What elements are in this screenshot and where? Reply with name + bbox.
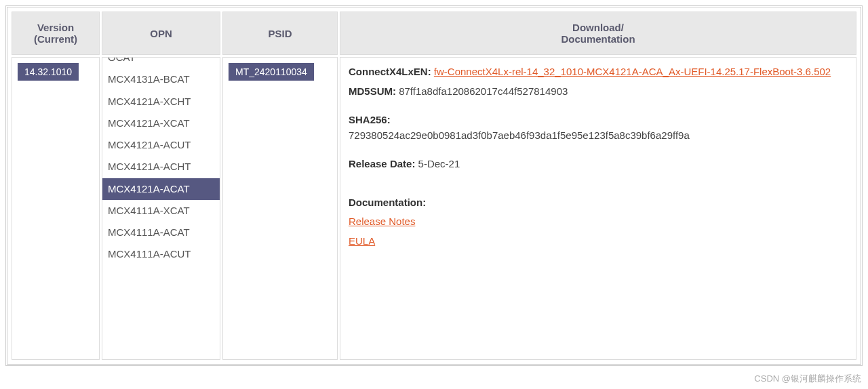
download-line: ConnectX4LxEN: fw-ConnectX4Lx-rel-14_32_… — [349, 64, 848, 80]
cell-psid: MT_2420110034 — [222, 57, 338, 360]
list-item[interactable]: MCX4131A-BCAT — [102, 68, 220, 90]
md5-label: MD5SUM: — [349, 85, 396, 97]
list-item[interactable]: MCX4111A-ACAT — [102, 222, 220, 243]
md5-value: 87ff1a8dfa120862017c44f527814903 — [399, 85, 568, 97]
table-row: 14.32.1010 OCAT MCX4131A-BCAT MCX4121A-X… — [12, 57, 856, 360]
header-version: Version (Current) — [12, 12, 100, 55]
version-badge[interactable]: 14.32.1010 — [18, 63, 79, 81]
list-item[interactable]: MCX4111A-XCAT — [102, 200, 220, 222]
list-item[interactable]: MCX4111A-ACUT — [102, 243, 220, 265]
release-label: Release Date: — [349, 158, 415, 169]
release-notes-link[interactable]: Release Notes — [349, 216, 415, 227]
cell-download: ConnectX4LxEN: fw-ConnectX4Lx-rel-14_32_… — [340, 57, 856, 360]
firmware-table: Version (Current) OPN PSID Download/Docu… — [9, 9, 859, 362]
header-psid: PSID — [222, 12, 338, 55]
doc-link-line: Release Notes — [349, 214, 848, 230]
sha-line: SHA256: 729380524ac29e0b0981ad3f0b7aeb46… — [349, 112, 848, 143]
md5-line: MD5SUM: 87ff1a8dfa120862017c44f527814903 — [349, 84, 848, 100]
doc-heading: Documentation: — [349, 195, 848, 211]
header-download: Download/Documentation — [340, 12, 856, 55]
eula-link[interactable]: EULA — [349, 235, 375, 247]
firmware-download-link[interactable]: fw-ConnectX4Lx-rel-14_32_1010-MCX4121A-A… — [434, 66, 831, 77]
list-item[interactable]: MCX4121A-ACHT — [102, 156, 220, 178]
header-opn: OPN — [102, 12, 220, 55]
list-item[interactable]: MCX4121A-XCAT — [102, 112, 220, 134]
firmware-table-frame: Version (Current) OPN PSID Download/Docu… — [5, 5, 863, 366]
release-line: Release Date: 5-Dec-21 — [349, 157, 848, 172]
list-item[interactable]: MCX4121A-XCHT — [102, 91, 220, 112]
product-label: ConnectX4LxEN: — [349, 66, 431, 77]
list-item-selected[interactable]: MCX4121A-ACAT — [102, 178, 220, 200]
list-item[interactable]: MCX4121A-ACUT — [102, 134, 220, 156]
opn-list-scroll[interactable]: OCAT MCX4131A-BCAT MCX4121A-XCHT MCX4121… — [102, 58, 220, 359]
psid-badge[interactable]: MT_2420110034 — [229, 63, 314, 81]
release-value: 5-Dec-21 — [418, 158, 460, 169]
list-item[interactable]: OCAT — [102, 58, 220, 68]
doc-label: Documentation: — [349, 197, 426, 208]
sha-value: 729380524ac29e0b0981ad3f0b7aeb46f93da1f5… — [349, 129, 690, 141]
cell-version: 14.32.1010 — [12, 57, 100, 360]
cell-opn: OCAT MCX4131A-BCAT MCX4121A-XCHT MCX4121… — [102, 57, 220, 360]
doc-link-line: EULA — [349, 234, 848, 249]
sha-label: SHA256: — [349, 114, 391, 125]
table-header-row: Version (Current) OPN PSID Download/Docu… — [12, 12, 856, 55]
